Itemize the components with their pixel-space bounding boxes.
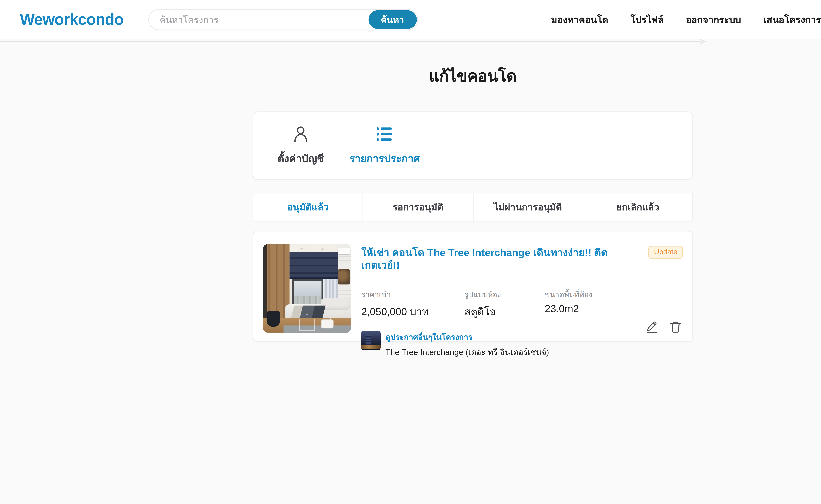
edit-button[interactable] [646,321,659,334]
nav-item-profile[interactable]: โปรไฟล์ [631,12,664,27]
status-tab-pending[interactable]: รอการอนุมัติ [363,193,473,221]
search-form: ค้นหา [148,9,418,30]
nav-item-propose-project[interactable]: เสนอโครงการ [763,12,821,27]
update-badge: Update [649,246,683,259]
account-tabs-card: ตั้งค่าบัญชี รายการประกาศ [253,112,693,180]
project-thumbnail[interactable] [361,331,381,350]
status-tabs: อนุมัติแล้ว รอการอนุมัติ ไม่ผ่านการอนุมั… [253,193,693,221]
page: Weworkcondo ค้นหา มองหาคอนโด โปรไฟล์ ออก… [0,0,821,504]
field-value-room-size: 23.0m2 [545,303,592,315]
field-value-rent-price: 2,050,000 บาท [361,303,464,319]
status-tab-cancelled[interactable]: ยกเลิกแล้ว [582,193,693,221]
pencil-icon [646,320,659,336]
status-tab-rejected[interactable]: ไม่ผ่านการอนุมัติ [473,193,582,221]
status-tab-approved[interactable]: อนุมัติแล้ว [253,193,363,221]
nav-item-logout[interactable]: ออกจากระบบ [686,12,741,27]
header-divider-arrow [0,36,712,42]
nav-item-find-condo[interactable]: มองหาคอนโด [551,12,608,27]
person-icon [291,125,310,146]
listing-title-link[interactable]: ให้เช่า คอนโด The Tree Interchange เดินท… [361,246,643,272]
project-row: ดูประกาศอื่นๆในโครงการ The Tree Intercha… [361,331,683,358]
main-nav: มองหาคอนโด โปรไฟล์ ออกจากระบบ เสนอโครงกา… [551,12,821,27]
tab-listings[interactable]: รายการประกาศ [349,125,420,166]
tab-label: ตั้งค่าบัญชี [278,150,324,166]
listing-card: ให้เช่า คอนโด The Tree Interchange เดินท… [253,231,693,342]
listing-actions [646,321,682,334]
page-title: แก้ไขคอนโด [253,63,693,88]
project-name: The Tree Interchange (เดอะ ทรี อินเตอร์เ… [385,345,549,358]
field-label-room-type: รูปแบบห้อง [464,288,545,300]
listing-info: ให้เช่า คอนโด The Tree Interchange เดินท… [361,246,683,358]
main-content: แก้ไขคอนโด ตั้งค่าบัญชี [253,63,693,342]
header: Weworkcondo ค้นหา มองหาคอนโด โปรไฟล์ ออก… [0,0,821,39]
tab-account-settings[interactable]: ตั้งค่าบัญชี [278,125,324,166]
listing-fields: ราคาเช่า 2,050,000 บาท รูปแบบห้อง สตูดิโ… [361,288,683,319]
field-value-room-type: สตูดิโอ [464,303,545,319]
field-label-rent-price: ราคาเช่า [361,288,464,300]
logo[interactable]: Weworkcondo [20,10,123,29]
project-other-listings-link[interactable]: ดูประกาศอื่นๆในโครงการ [385,331,549,343]
trash-icon [669,320,682,336]
listing-photo[interactable] [263,244,351,333]
field-label-room-size: ขนาดพื้นที่ห้อง [545,288,592,300]
list-icon [375,125,394,146]
tab-label: รายการประกาศ [349,150,420,166]
search-button[interactable]: ค้นหา [368,10,417,29]
delete-button[interactable] [669,321,682,334]
